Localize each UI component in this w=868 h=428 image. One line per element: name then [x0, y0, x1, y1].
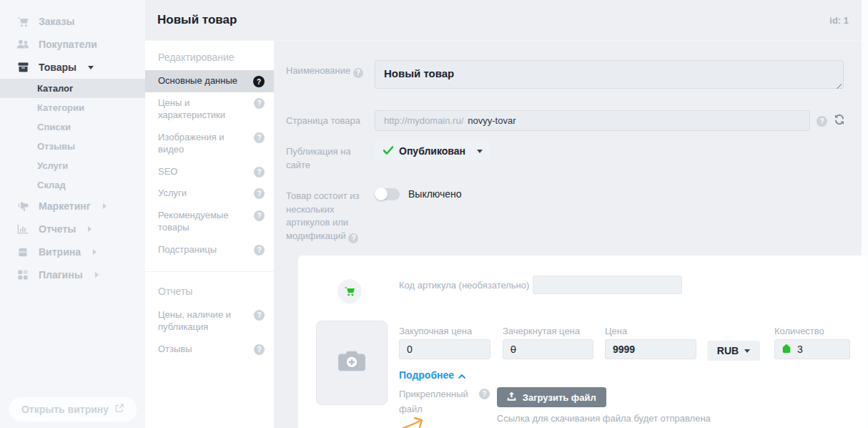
camera-plus-icon — [337, 349, 367, 376]
publication-value: Опубликован — [399, 145, 465, 157]
sidebar-item-label: Маркетинг — [39, 200, 91, 212]
sidebar-subitem-label: Категории — [37, 102, 84, 113]
open-storefront-button[interactable]: Открыть витрину — [9, 397, 137, 422]
help-icon[interactable] — [254, 344, 265, 355]
sidebar-item-storefront[interactable]: Витрина — [0, 240, 145, 263]
chevron-down-icon — [88, 66, 94, 69]
help-icon[interactable] — [254, 310, 265, 321]
help-icon[interactable] — [254, 188, 265, 199]
publication-field-label: Публикация на сайте — [286, 141, 375, 172]
currency-select[interactable]: RUB — [707, 341, 760, 361]
sku-input[interactable] — [533, 276, 682, 294]
chevron-right-icon — [93, 249, 97, 255]
currency-value: RUB — [717, 345, 739, 356]
subnav-item-recommended[interactable]: Рекомендуемые товары — [145, 205, 274, 239]
products-box-icon — [16, 62, 29, 72]
sidebar-item-categories[interactable]: Категории — [0, 98, 145, 117]
external-link-icon — [114, 404, 124, 415]
page-title: Новый товар — [157, 13, 829, 27]
sidebar-subitem-label: Списки — [37, 122, 71, 132]
sidebar-item-customers[interactable]: Покупатели — [0, 33, 145, 56]
purchase-price-input[interactable] — [399, 339, 490, 359]
help-icon[interactable] — [479, 389, 490, 399]
product-url-input[interactable]: http://mydomain.ru/ novyy-tovar — [375, 110, 810, 131]
subnav-item-subpages[interactable]: Подстраницы — [145, 239, 274, 261]
photo-upload-placeholder[interactable] — [316, 321, 388, 405]
sku-label: Код артикула (необязательно) — [399, 280, 529, 291]
help-icon[interactable] — [254, 98, 265, 109]
subnav-section-reports: Отчеты — [145, 279, 274, 304]
page-header: Новый товар id: 1 — [145, 0, 862, 41]
chevron-up-icon — [458, 369, 465, 381]
sidebar-item-products[interactable]: Товары — [0, 56, 145, 79]
old-price-input[interactable] — [503, 339, 593, 359]
subnav-item-prices[interactable]: Цены и характеристики — [145, 92, 274, 127]
sidebar-item-marketing[interactable]: Маркетинг — [0, 195, 145, 218]
url-prefix: http://mydomain.ru/ — [384, 115, 463, 126]
help-icon[interactable] — [254, 245, 265, 256]
subnav-item-seo[interactable]: SEO — [145, 161, 274, 183]
sidebar-item-label: Витрина — [39, 246, 81, 258]
sidebar-subitem-label: Услуги — [37, 160, 68, 171]
more-details-link[interactable]: Подробнее — [399, 369, 465, 381]
open-storefront-label: Открыть витрину — [21, 404, 109, 415]
sidebar-item-catalog[interactable]: Каталог — [0, 79, 145, 98]
page-field-label: Страница товара — [286, 110, 375, 131]
chevron-right-icon — [103, 203, 107, 209]
product-form: Наименование Страница товара http://mydo… — [274, 41, 862, 428]
people-icon — [16, 39, 29, 49]
refresh-icon[interactable] — [834, 114, 845, 128]
chevron-down-icon — [477, 150, 483, 153]
subnav-item-main-data[interactable]: Основные данные — [145, 70, 274, 92]
bar-chart-icon — [16, 224, 29, 234]
help-icon[interactable] — [254, 167, 265, 177]
sidebar-subitem-label: Каталог — [37, 83, 73, 94]
variant-cart-icon — [337, 279, 362, 303]
subnav-item-reviews-report[interactable]: Отзывы — [145, 339, 274, 361]
sidebar-item-orders[interactable]: Заказы — [0, 10, 145, 33]
price-input[interactable] — [605, 339, 696, 359]
url-slug: novyy-tovar — [468, 115, 516, 126]
purchase-price-label: Закупочная цена — [399, 326, 490, 336]
sidebar-item-reports[interactable]: Отчеты — [0, 218, 145, 240]
subnav-item-images[interactable]: Изображения и видео — [145, 127, 274, 161]
app-window: Заказы Покупатели Товары Каталог Категор… — [0, 0, 868, 428]
storefront-icon — [16, 248, 29, 257]
sidebar-item-warehouse[interactable]: Склад — [0, 175, 145, 195]
cart-icon — [16, 16, 29, 27]
help-icon[interactable] — [254, 132, 265, 143]
quantity-label: Количество — [774, 326, 850, 336]
help-icon[interactable] — [817, 116, 827, 127]
chevron-down-icon — [744, 349, 750, 353]
help-icon[interactable] — [353, 68, 363, 78]
sidebar-item-services[interactable]: Услуги — [0, 156, 145, 175]
subnav-item-price-availability[interactable]: Цены, наличие и публикация — [145, 304, 274, 339]
warehouse-icon — [781, 344, 791, 356]
sidebar-item-lists[interactable]: Списки — [0, 117, 145, 137]
check-icon — [383, 145, 393, 157]
quantity-input[interactable]: 3 — [774, 339, 850, 359]
old-price-label: Зачеркнутая цена — [503, 326, 593, 336]
sidebar-item-label: Товары — [39, 62, 77, 73]
product-name-input[interactable] — [375, 60, 844, 89]
sidebar-item-label: Покупатели — [39, 39, 97, 50]
sidebar-item-plugins[interactable]: Плагины — [0, 263, 145, 286]
upload-file-button[interactable]: Загрузить файл — [497, 387, 606, 407]
price-label: Цена — [605, 326, 696, 336]
help-icon[interactable] — [253, 76, 265, 87]
product-subnav: Редактирование Основные данные Цены и ха… — [145, 41, 274, 428]
variants-field-label: Товар состоит из нескольких артикулов ил… — [286, 185, 375, 244]
help-icon[interactable] — [348, 233, 358, 243]
sidebar-item-label: Отчеты — [39, 223, 76, 235]
sidebar-item-label: Плагины — [39, 269, 83, 281]
variants-toggle[interactable] — [375, 188, 400, 200]
publication-select[interactable]: Опубликован — [375, 141, 491, 161]
subnav-item-services[interactable]: Услуги — [145, 183, 274, 205]
sidebar-item-reviews[interactable]: Отзывы — [0, 137, 145, 156]
variants-toggle-state: Выключено — [408, 188, 462, 200]
help-icon[interactable] — [254, 210, 265, 221]
plugins-icon — [16, 270, 29, 280]
megaphone-icon — [16, 201, 29, 212]
upload-hint-text: Ссылка для скачивания файла будет отправ… — [497, 412, 753, 428]
chevron-right-icon — [88, 226, 92, 232]
